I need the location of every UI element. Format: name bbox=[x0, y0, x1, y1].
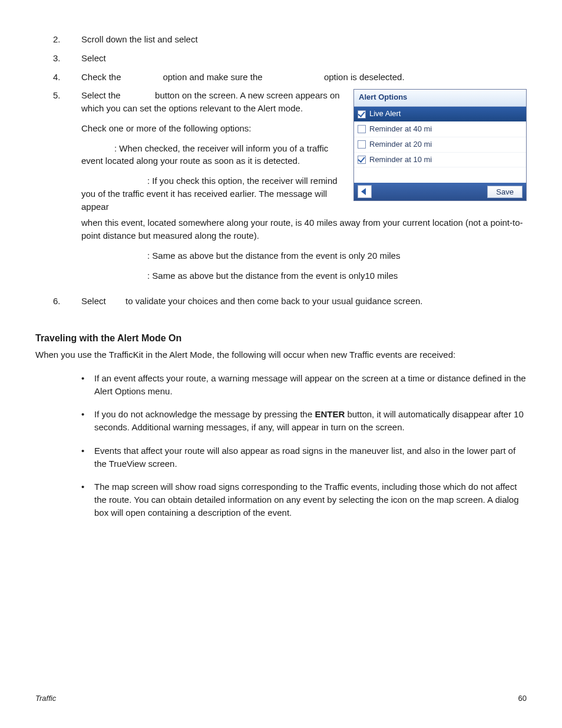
save-button[interactable]: Save bbox=[487, 186, 523, 198]
step-3: 3. Select bbox=[35, 52, 527, 65]
panel-footer: Save bbox=[354, 183, 526, 200]
option-label: Reminder at 20 mi bbox=[369, 139, 432, 150]
footer-section: Traffic bbox=[35, 693, 56, 704]
bullet-item: If you do not acknowledge the message by… bbox=[81, 408, 527, 434]
paragraph: Check one or more of the following optio… bbox=[81, 122, 343, 135]
back-button[interactable] bbox=[358, 185, 372, 198]
panel-title: Alert Options bbox=[354, 90, 526, 107]
paragraph: when this event, located somewhere along… bbox=[81, 216, 527, 242]
segment: Check the bbox=[81, 72, 121, 82]
option-reminder-10[interactable]: Reminder at 10 mi bbox=[354, 153, 526, 168]
page-footer: Traffic 60 bbox=[35, 693, 527, 704]
option-reminder-20[interactable]: Reminder at 20 mi bbox=[354, 137, 526, 153]
paragraph: Select the button on the screen. A new s… bbox=[81, 89, 343, 115]
step-number: 6. bbox=[35, 295, 81, 308]
alert-options-panel: Alert Options Live Alert Reminder at 40 … bbox=[353, 89, 527, 201]
bullet-item: The map screen will show road signs corr… bbox=[81, 480, 527, 519]
step-6: 6. Select to validate your choices and t… bbox=[35, 295, 527, 308]
checkbox-icon[interactable] bbox=[358, 140, 366, 149]
segment: option is deselected. bbox=[324, 72, 405, 82]
option-reminder-40[interactable]: Reminder at 40 mi bbox=[354, 122, 526, 137]
section-heading: Traveling with the Alert Mode On bbox=[35, 331, 527, 345]
checkbox-icon[interactable] bbox=[358, 156, 366, 164]
paragraph: : Same as above but the distance from th… bbox=[81, 269, 527, 282]
option-label: Reminder at 10 mi bbox=[369, 154, 432, 166]
step-text: Select bbox=[81, 52, 527, 65]
step-text: Select to validate your choices and then… bbox=[81, 295, 527, 308]
footer-page-number: 60 bbox=[518, 693, 527, 704]
step-number: 3. bbox=[35, 52, 81, 65]
step-text: Check the option and make sure the optio… bbox=[81, 71, 527, 84]
paragraph: : If you check this option, the receiver… bbox=[81, 174, 343, 213]
segment: Select bbox=[81, 296, 106, 306]
step-number: 5. bbox=[35, 89, 81, 102]
paragraph: : Same as above but the distance from th… bbox=[81, 249, 527, 262]
step-4: 4. Check the option and make sure the op… bbox=[35, 71, 527, 84]
step-5: 5. Select the button on the screen. A ne… bbox=[35, 89, 527, 289]
step5-left: Select the button on the screen. A new s… bbox=[81, 89, 343, 216]
step-body: Select the button on the screen. A new s… bbox=[81, 89, 527, 289]
spacer bbox=[354, 167, 526, 183]
segment: : When checked, the receiver will inform… bbox=[81, 143, 328, 166]
checkbox-icon[interactable] bbox=[358, 125, 366, 133]
segment: option and make sure the bbox=[163, 72, 262, 82]
checkbox-icon[interactable] bbox=[358, 110, 366, 118]
section-intro: When you use the TrafficKit in the Alert… bbox=[35, 348, 527, 361]
segment: If you do not acknowledge the message by… bbox=[94, 409, 315, 419]
page: 2. Scroll down the list and select 3. Se… bbox=[0, 0, 562, 728]
step-text: Scroll down the list and select bbox=[81, 33, 527, 46]
bullet-item: Events that affect your route will also … bbox=[81, 444, 527, 470]
numbered-steps: 2. Scroll down the list and select 3. Se… bbox=[35, 33, 527, 308]
option-live-alert[interactable]: Live Alert bbox=[354, 107, 526, 122]
step-2: 2. Scroll down the list and select bbox=[35, 33, 527, 46]
option-label: Live Alert bbox=[369, 108, 401, 120]
step5-columns: Select the button on the screen. A new s… bbox=[81, 89, 527, 216]
step-number: 2. bbox=[35, 33, 81, 46]
option-label: Reminder at 40 mi bbox=[369, 124, 432, 135]
segment: to validate your choices and then come b… bbox=[125, 296, 422, 306]
bullet-item: If an event affects your route, a warnin… bbox=[81, 372, 527, 398]
paragraph: : When checked, the receiver will inform… bbox=[81, 142, 343, 168]
alert-options-list: Live Alert Reminder at 40 mi Reminder at… bbox=[354, 107, 526, 183]
segment: : If you check this option, the receiver… bbox=[81, 176, 338, 212]
step-number: 4. bbox=[35, 71, 81, 84]
enter-keyword: ENTER bbox=[315, 409, 345, 419]
bullet-list: If an event affects your route, a warnin… bbox=[35, 372, 527, 519]
